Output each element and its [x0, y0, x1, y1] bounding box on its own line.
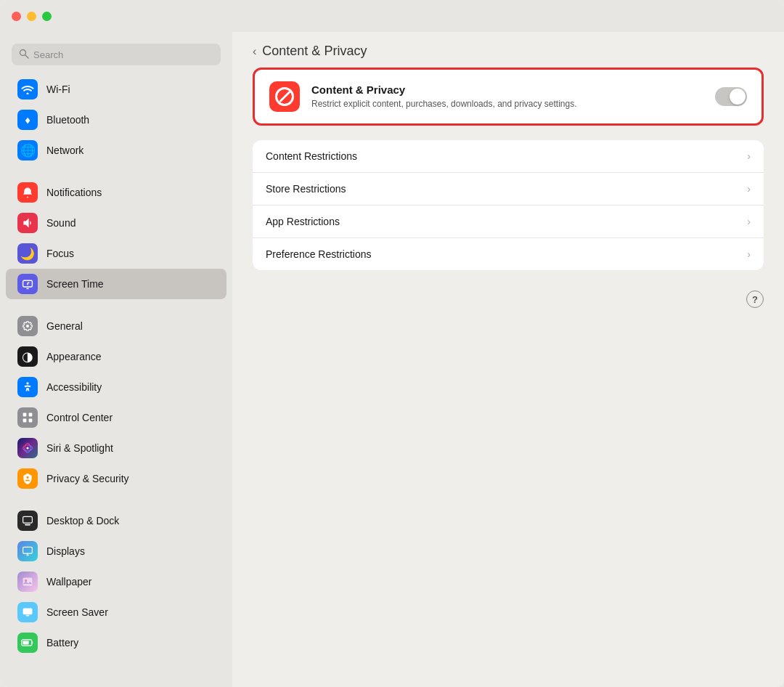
sidebar-item-appearance-label: Appearance — [46, 351, 102, 362]
sidebar-item-accessibility-label: Accessibility — [46, 381, 102, 393]
sidebar-item-control-center-label: Control Center — [46, 412, 113, 423]
svg-rect-10 — [23, 419, 27, 423]
restrictions-group: Content Restrictions › Store Restriction… — [253, 140, 764, 270]
sidebar-item-notifications-label: Notifications — [46, 187, 102, 198]
panel-header: ‹ Content & Privacy — [232, 32, 784, 68]
search-icon — [19, 49, 29, 61]
content-privacy-toggle[interactable] — [715, 87, 747, 106]
sidebar-item-bluetooth-label: Bluetooth — [46, 114, 89, 126]
preference-restrictions-chevron: › — [747, 248, 751, 260]
preference-restrictions-row[interactable]: Preference Restrictions › — [253, 238, 764, 270]
main-panel: ‹ Content & Privacy Content & Privacy Re… — [232, 32, 784, 687]
back-button[interactable]: ‹ — [253, 45, 256, 58]
app-restrictions-row[interactable]: App Restrictions › — [253, 206, 764, 238]
preference-restrictions-label: Preference Restrictions — [266, 248, 372, 260]
content-area: Search Wi-Fi ⬧ Bluetooth — [0, 32, 784, 687]
sidebar-item-network-label: Network — [46, 145, 83, 156]
sidebar-item-screen-saver[interactable]: Screen Saver — [6, 597, 226, 627]
store-restrictions-label: Store Restrictions — [266, 183, 346, 195]
sidebar-item-wifi-label: Wi-Fi — [46, 84, 70, 95]
sidebar-item-sound[interactable]: Sound — [6, 208, 226, 238]
displays-icon — [17, 541, 38, 561]
sidebar-item-desktop-dock-label: Desktop & Dock — [46, 515, 119, 527]
general-icon — [17, 316, 38, 336]
title-bar — [0, 0, 784, 32]
sidebar-item-screen-time[interactable]: Screen Time — [6, 269, 226, 299]
battery-icon — [17, 633, 38, 653]
notifications-icon — [17, 182, 38, 203]
siri-icon — [17, 438, 38, 458]
svg-line-1 — [25, 54, 29, 58]
sidebar-item-appearance[interactable]: ◑ Appearance — [6, 341, 226, 372]
sidebar-item-wifi[interactable]: Wi-Fi — [6, 74, 226, 105]
sidebar-item-siri-label: Siri & Spotlight — [46, 442, 113, 454]
app-restrictions-chevron: › — [747, 216, 751, 227]
focus-icon: 🌙 — [17, 243, 38, 264]
panel-title: Content & Privacy — [262, 44, 367, 59]
svg-rect-17 — [23, 547, 33, 553]
svg-rect-16 — [25, 524, 30, 526]
content-privacy-card-description: Restrict explicit content, purchases, do… — [311, 98, 703, 110]
sidebar-item-network[interactable]: 🌐 Network — [6, 135, 226, 166]
network-icon: 🌐 — [17, 140, 38, 160]
store-restrictions-chevron: › — [747, 183, 751, 195]
sidebar-item-battery-label: Battery — [46, 637, 78, 649]
sidebar-item-battery[interactable]: Battery — [6, 627, 226, 658]
close-button[interactable] — [12, 12, 21, 21]
svg-rect-23 — [26, 615, 30, 617]
sidebar-item-privacy-security-label: Privacy & Security — [46, 473, 129, 484]
content-restrictions-row[interactable]: Content Restrictions › — [253, 140, 764, 173]
sidebar: Search Wi-Fi ⬧ Bluetooth — [0, 32, 232, 687]
maximize-button[interactable] — [42, 12, 52, 21]
sound-icon — [17, 213, 38, 233]
svg-rect-11 — [29, 419, 33, 423]
appearance-icon: ◑ — [17, 346, 38, 367]
svg-rect-25 — [23, 641, 28, 645]
search-box[interactable]: Search — [12, 44, 221, 65]
sidebar-item-general-label: General — [46, 320, 83, 332]
sidebar-item-accessibility[interactable]: Accessibility — [6, 372, 226, 402]
sidebar-item-screen-saver-label: Screen Saver — [46, 606, 108, 618]
privacy-icon — [17, 468, 38, 489]
divider-3 — [0, 494, 232, 505]
control-center-icon — [17, 407, 38, 428]
content-restrictions-label: Content Restrictions — [266, 150, 357, 162]
desktop-dock-icon — [17, 511, 38, 531]
minimize-button[interactable] — [27, 12, 36, 21]
store-restrictions-row[interactable]: Store Restrictions › — [253, 173, 764, 206]
toggle-knob — [730, 89, 746, 105]
screen-time-icon — [17, 274, 38, 294]
sidebar-item-focus[interactable]: 🌙 Focus — [6, 238, 226, 269]
sidebar-item-bluetooth[interactable]: ⬧ Bluetooth — [6, 105, 226, 135]
screen-saver-icon — [17, 602, 38, 622]
accessibility-icon — [17, 377, 38, 397]
svg-rect-9 — [29, 413, 33, 417]
app-restrictions-label: App Restrictions — [266, 216, 340, 227]
content-privacy-card-text: Content & Privacy Restrict explicit cont… — [311, 84, 703, 110]
sidebar-item-desktop-dock[interactable]: Desktop & Dock — [6, 505, 226, 536]
svg-point-14 — [26, 447, 28, 449]
sidebar-item-focus-label: Focus — [46, 248, 74, 259]
content-privacy-card-icon — [269, 81, 300, 112]
svg-point-6 — [26, 325, 29, 328]
sidebar-item-screen-time-label: Screen Time — [46, 278, 104, 290]
sidebar-item-displays[interactable]: Displays — [6, 536, 226, 566]
sidebar-item-siri[interactable]: Siri & Spotlight — [6, 433, 226, 463]
sidebar-item-privacy-security[interactable]: Privacy & Security — [6, 463, 226, 494]
help-button[interactable]: ? — [746, 290, 764, 308]
wifi-icon — [17, 79, 38, 99]
sidebar-item-notifications[interactable]: Notifications — [6, 177, 226, 208]
sidebar-item-control-center[interactable]: Control Center — [6, 402, 226, 433]
sidebar-item-wallpaper[interactable]: Wallpaper — [6, 566, 226, 597]
sidebar-item-displays-label: Displays — [46, 545, 85, 557]
search-placeholder: Search — [33, 49, 63, 60]
search-container: Search — [0, 39, 232, 74]
divider-2 — [0, 299, 232, 311]
content-privacy-card-title: Content & Privacy — [311, 84, 703, 96]
svg-rect-22 — [23, 608, 33, 614]
wallpaper-icon — [17, 572, 38, 592]
sidebar-item-general[interactable]: General — [6, 311, 226, 341]
svg-rect-15 — [23, 516, 33, 523]
svg-rect-20 — [23, 577, 33, 585]
help-area: ? — [253, 279, 764, 320]
